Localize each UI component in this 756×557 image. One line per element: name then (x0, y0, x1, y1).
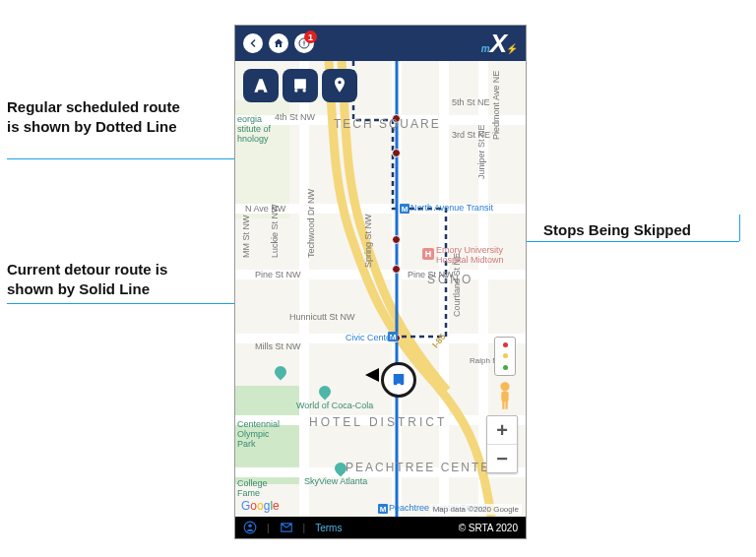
alert-count-badge: 1 (304, 31, 317, 43)
footer-divider: | (303, 523, 306, 533)
district-label: TECH SQUARE (334, 117, 441, 131)
metro-icon: M (400, 204, 410, 214)
hospital-icon: H (422, 248, 434, 260)
vehicle-heading-arrow (365, 368, 379, 382)
traffic-layer-button[interactable] (494, 337, 516, 376)
copyright-text: © SRTA 2020 (459, 523, 518, 533)
street-label: Spring St NW (363, 214, 373, 268)
street-label: Techwood Dr NW (306, 189, 316, 258)
zoom-control: + − (486, 415, 518, 473)
footer-divider: | (267, 523, 270, 533)
street-label: N Ave NW (245, 204, 285, 214)
mail-icon[interactable] (280, 521, 293, 534)
poi-label: eorgia stitute of hnology (237, 115, 271, 145)
svg-rect-14 (501, 391, 508, 402)
district-label: HOTEL DISTRICT (309, 415, 447, 429)
layer-places-button[interactable] (322, 69, 357, 102)
account-icon[interactable] (243, 521, 257, 534)
street-label: Pine St NW (255, 270, 301, 279)
poi-label: College Fame (237, 479, 268, 499)
annotation-dotted-line: Regular scheduled route is shown by Dott… (7, 97, 194, 136)
map-attribution: Map data ©2020 Google (430, 504, 522, 515)
layer-highway-button[interactable] (243, 69, 279, 102)
app-footer: | | Terms © SRTA 2020 (235, 517, 526, 538)
district-label: PEACHTREE CENTER (346, 460, 501, 476)
street-label: 5th St NE (452, 97, 490, 107)
route-stop (392, 235, 401, 244)
metro-icon: M (378, 504, 388, 514)
app-header: 1 m X ⚡ (235, 26, 526, 61)
map-brand: Google (241, 499, 280, 513)
svg-rect-15 (502, 402, 504, 409)
street-label: Mills St NW (255, 341, 301, 351)
layer-bus-button[interactable] (283, 69, 318, 102)
poi-label: SkyView Atlanta (304, 476, 367, 486)
poi-label: World of Coca-Cola (296, 401, 373, 410)
transit-label: North Avenue Transit (410, 203, 493, 213)
svg-point-18 (248, 525, 252, 528)
map-layer-toolbox (243, 69, 357, 102)
zoom-out-button[interactable]: − (487, 444, 517, 472)
street-label: Hunnicutt St NW (289, 312, 355, 322)
route-stop (392, 265, 401, 274)
street-label: 4th St NW (275, 112, 315, 122)
street-label: Piedmont Ave NE (491, 71, 501, 140)
poi-label: Centennial Olympic Park (237, 420, 280, 450)
terms-link[interactable]: Terms (315, 523, 342, 533)
street-label: Luckie St NW (270, 204, 280, 258)
svg-rect-16 (505, 402, 507, 409)
poi-label: Emory University Hospital Midtown (436, 246, 504, 266)
logo-prefix: m (481, 43, 490, 54)
home-button[interactable] (269, 33, 288, 53)
traffic-light-green (503, 365, 508, 370)
traffic-light-red (503, 342, 508, 347)
annotation-skipped-stops: Stops Being Skipped (543, 220, 691, 240)
street-label: Juniper St NE (476, 124, 486, 179)
annotation-solid-line: Current detour route is shown by Solid L… (7, 260, 214, 298)
zoom-in-button[interactable]: + (487, 416, 517, 444)
logo-main: X (490, 29, 505, 59)
back-button[interactable] (243, 33, 263, 53)
logo-bolt-icon: ⚡ (506, 43, 518, 54)
svg-point-13 (500, 382, 509, 391)
route-stop (392, 149, 401, 157)
annotation-arrow-skipped-v (739, 215, 740, 241)
app-logo: m X ⚡ (481, 29, 518, 59)
map-view[interactable]: M M M TECH SQUARE SONO HOTEL DISTRICT PE… (235, 61, 526, 517)
transit-label: Civic Center (346, 333, 394, 342)
alerts-button[interactable]: 1 (294, 33, 314, 53)
current-vehicle-marker[interactable] (381, 362, 416, 398)
traffic-light-yellow (503, 353, 508, 358)
phone-frame: 1 m X ⚡ (235, 26, 526, 538)
streetview-pegman[interactable] (494, 381, 516, 410)
street-label: MM St NW (241, 216, 251, 259)
street-label: Pine St NW (408, 270, 454, 279)
